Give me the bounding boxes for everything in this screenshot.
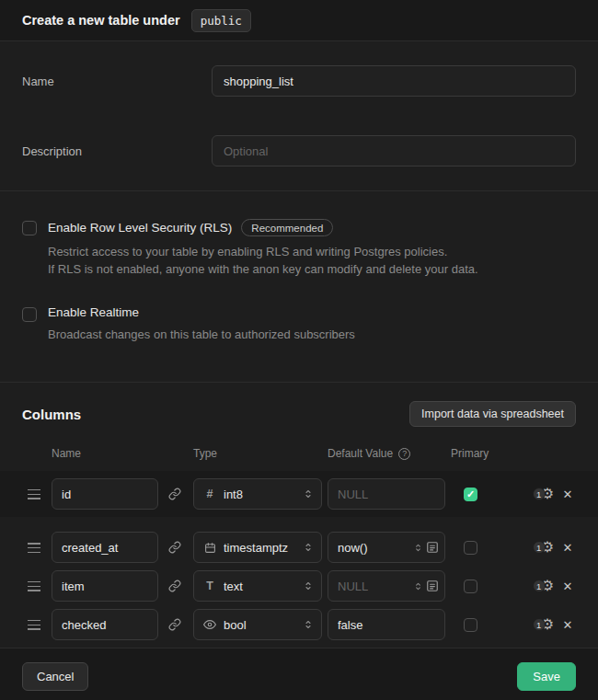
type-label: timestamptz: [224, 541, 295, 555]
drag-handle-icon[interactable]: [28, 581, 40, 591]
table-info-section: Name Description: [0, 41, 598, 191]
primary-checkbox[interactable]: [464, 618, 477, 632]
default-menu-group: [413, 541, 439, 554]
column-row: # int8: [0, 471, 598, 517]
remove-column-icon[interactable]: ✕: [559, 580, 576, 593]
chevron-updown-icon: [303, 542, 314, 553]
foreign-key-link-icon[interactable]: [164, 536, 186, 558]
remove-column-icon[interactable]: ✕: [559, 618, 576, 632]
default-value-input[interactable]: [328, 478, 445, 510]
text-icon: T: [203, 580, 216, 592]
eye-icon: [203, 618, 216, 631]
chevron-updown-icon: [303, 580, 314, 591]
column-name-input[interactable]: [52, 478, 158, 510]
columns-section: Columns Import data via spreadsheet Name…: [0, 383, 598, 648]
realtime-label: Enable Realtime: [48, 305, 139, 319]
header-default: Default Value ?: [328, 447, 445, 460]
rls-content: Enable Row Level Security (RLS) Recommen…: [48, 219, 478, 278]
chevron-updown-icon: [413, 581, 423, 591]
table-description-input[interactable]: [212, 135, 576, 166]
foreign-key-link-icon[interactable]: [164, 614, 186, 636]
schema-badge: public: [191, 9, 251, 32]
hash-icon: #: [203, 488, 216, 500]
chevron-updown-icon: [303, 488, 314, 499]
column-type-select[interactable]: bool: [193, 609, 322, 640]
column-settings-button[interactable]: 1 ⚙: [533, 579, 554, 593]
realtime-option: Enable Realtime Broadcast changes on thi…: [22, 305, 576, 343]
settings-count-badge: 1: [533, 541, 546, 554]
primary-checkbox[interactable]: [464, 541, 477, 555]
column-type-select[interactable]: timestamptz: [193, 532, 322, 563]
settings-count-badge: 1: [533, 618, 546, 631]
primary-checkbox[interactable]: [464, 580, 477, 593]
column-name-input[interactable]: [52, 609, 158, 640]
realtime-checkbox[interactable]: [22, 307, 37, 322]
header-name: Name: [52, 447, 158, 460]
table-name-input[interactable]: [212, 65, 576, 97]
description-label: Description: [22, 144, 212, 158]
import-spreadsheet-button[interactable]: Import data via spreadsheet: [409, 401, 576, 427]
rls-checkbox[interactable]: [22, 221, 37, 235]
foreign-key-link-icon[interactable]: [164, 575, 186, 597]
chevron-updown-icon: [413, 543, 423, 553]
description-row: Description: [22, 135, 576, 166]
drag-handle-icon[interactable]: [28, 489, 40, 499]
type-label: bool: [224, 618, 295, 632]
columns-header-row: Name Type Default Value ? Primary: [22, 447, 576, 460]
name-row: Name: [22, 65, 576, 97]
default-value-cell: [328, 609, 445, 640]
column-row: T text: [22, 570, 576, 602]
type-label: text: [224, 580, 295, 593]
column-row: bool: [22, 609, 576, 640]
columns-heading: Columns: [22, 407, 81, 422]
rls-label: Enable Row Level Security (RLS): [48, 221, 232, 235]
drag-handle-icon[interactable]: [28, 543, 40, 553]
header-primary: Primary: [451, 447, 493, 460]
default-value-cell: [328, 532, 445, 563]
column-type-select[interactable]: # int8: [193, 478, 322, 510]
calendar-icon: [203, 542, 216, 554]
column-settings-button[interactable]: 1 ⚙: [533, 617, 554, 632]
realtime-description: Broadcast changes on this table to autho…: [48, 326, 355, 343]
name-label: Name: [22, 75, 212, 88]
column-rows: # int8: [22, 471, 576, 640]
chevron-updown-icon: [303, 619, 314, 630]
options-section: Enable Row Level Security (RLS) Recommen…: [0, 191, 598, 383]
column-row: timestamptz: [22, 532, 576, 563]
default-value-cell: [328, 478, 445, 510]
primary-checkbox[interactable]: ✓: [464, 488, 477, 501]
cancel-button[interactable]: Cancel: [22, 662, 88, 691]
drag-handle-icon[interactable]: [28, 620, 40, 630]
foreign-key-link-icon[interactable]: [164, 483, 186, 505]
default-suggestions-icon[interactable]: [426, 541, 439, 554]
column-settings-button[interactable]: 1 ⚙: [533, 487, 554, 501]
realtime-content: Enable Realtime Broadcast changes on thi…: [48, 305, 355, 343]
save-button[interactable]: Save: [517, 662, 576, 691]
dialog-header: Create a new table under public: [0, 0, 598, 41]
column-settings-button[interactable]: 1 ⚙: [533, 540, 554, 555]
column-name-input[interactable]: [52, 570, 158, 602]
type-label: int8: [224, 488, 295, 501]
rls-option: Enable Row Level Security (RLS) Recommen…: [22, 219, 576, 278]
default-menu-group: [413, 580, 439, 592]
header-type: Type: [193, 447, 322, 460]
remove-column-icon[interactable]: ✕: [559, 541, 576, 555]
dialog-footer: Cancel Save: [0, 648, 598, 700]
column-name-input[interactable]: [52, 532, 158, 563]
settings-count-badge: 1: [533, 488, 546, 500]
settings-count-badge: 1: [533, 580, 546, 592]
create-table-dialog: Create a new table under public Name Des…: [0, 0, 598, 700]
default-value-input[interactable]: [328, 609, 445, 640]
default-suggestions-icon[interactable]: [426, 580, 439, 592]
recommended-badge: Recommended: [241, 219, 333, 236]
dialog-title: Create a new table under: [22, 13, 180, 28]
default-value-cell: [328, 570, 445, 602]
rls-description: Restrict access to your table by enablin…: [48, 243, 478, 278]
column-type-select[interactable]: T text: [193, 570, 322, 602]
help-icon[interactable]: ?: [398, 448, 410, 460]
remove-column-icon[interactable]: ✕: [559, 488, 576, 501]
